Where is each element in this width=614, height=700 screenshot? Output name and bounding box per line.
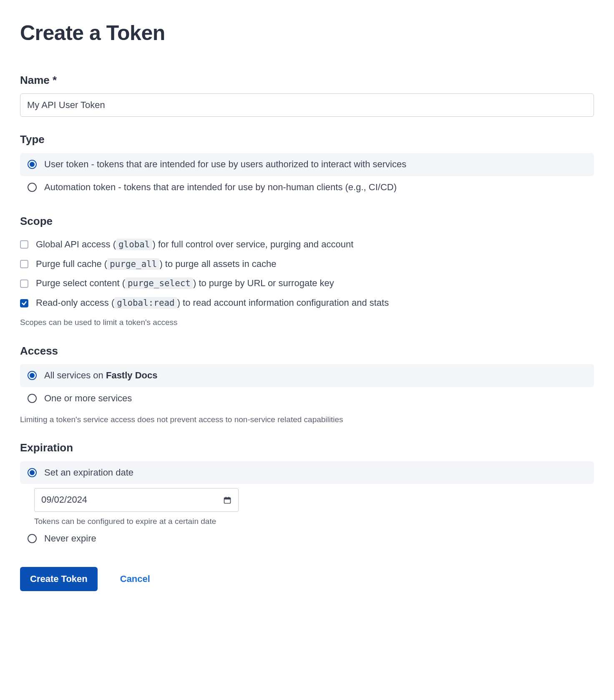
page-title: Create a Token: [20, 18, 594, 48]
checkbox-icon: [20, 299, 28, 307]
expiration-date-value: 09/02/2024: [41, 494, 87, 506]
radio-icon: [28, 468, 37, 477]
expiration-option-label: Set an expiration date: [44, 466, 133, 479]
type-option-automation-token[interactable]: Automation token - tokens that are inten…: [20, 176, 594, 199]
scope-option-text: Purge select content (purge_select) to p…: [36, 277, 334, 290]
radio-icon: [28, 160, 37, 169]
access-label: Access: [20, 343, 594, 358]
scope-help-text: Scopes can be used to limit a token's ac…: [20, 317, 594, 328]
calendar-icon: [223, 496, 232, 504]
access-option-all-services[interactable]: All services on Fastly Docs: [20, 364, 594, 387]
expiration-label: Expiration: [20, 440, 594, 455]
scope-option-text: Global API access (global) for full cont…: [36, 238, 353, 251]
radio-icon: [28, 183, 37, 192]
access-option-label: All services on Fastly Docs: [44, 369, 157, 382]
scope-option-purge-select[interactable]: Purge select content (purge_select) to p…: [20, 274, 594, 293]
expiration-date-help: Tokens can be configured to expire at a …: [34, 516, 594, 527]
type-option-user-token[interactable]: User token - tokens that are intended fo…: [20, 153, 594, 176]
svg-rect-3: [229, 496, 229, 498]
type-option-label: User token - tokens that are intended fo…: [44, 158, 406, 171]
scope-option-read-only[interactable]: Read-only access (global:read) to read a…: [20, 293, 594, 313]
expiration-date-input[interactable]: 09/02/2024: [34, 488, 239, 512]
radio-icon: [28, 534, 37, 543]
form-actions: Create Token Cancel: [20, 567, 594, 591]
access-option-select-services[interactable]: One or more services: [20, 387, 594, 410]
radio-icon: [28, 394, 37, 403]
checkbox-icon: [20, 260, 28, 268]
scope-option-text: Read-only access (global:read) to read a…: [36, 297, 389, 310]
svg-rect-1: [224, 498, 231, 499]
scope-option-global[interactable]: Global API access (global) for full cont…: [20, 235, 594, 254]
checkbox-icon: [20, 240, 28, 249]
scope-option-purge-all[interactable]: Purge full cache (purge_all) to purge al…: [20, 254, 594, 274]
expiration-option-label: Never expire: [44, 532, 96, 545]
radio-icon: [28, 371, 37, 380]
cancel-button[interactable]: Cancel: [118, 573, 153, 585]
access-option-label: One or more services: [44, 392, 132, 405]
scope-label: Scope: [20, 214, 594, 229]
type-label: Type: [20, 132, 594, 147]
expiration-option-never[interactable]: Never expire: [20, 527, 594, 550]
type-option-label: Automation token - tokens that are inten…: [44, 181, 397, 194]
checkbox-icon: [20, 279, 28, 288]
scope-option-text: Purge full cache (purge_all) to purge al…: [36, 258, 276, 271]
access-help-text: Limiting a token's service access does n…: [20, 414, 594, 426]
svg-rect-2: [226, 496, 226, 498]
expiration-date-group: 09/02/2024 Tokens can be configured to e…: [34, 488, 594, 527]
expiration-option-set-date[interactable]: Set an expiration date: [20, 461, 594, 484]
name-label: Name *: [20, 73, 594, 88]
name-input[interactable]: [20, 93, 594, 117]
create-token-button[interactable]: Create Token: [20, 567, 98, 591]
create-token-form: Create a Token Name * Type User token - …: [0, 0, 614, 616]
